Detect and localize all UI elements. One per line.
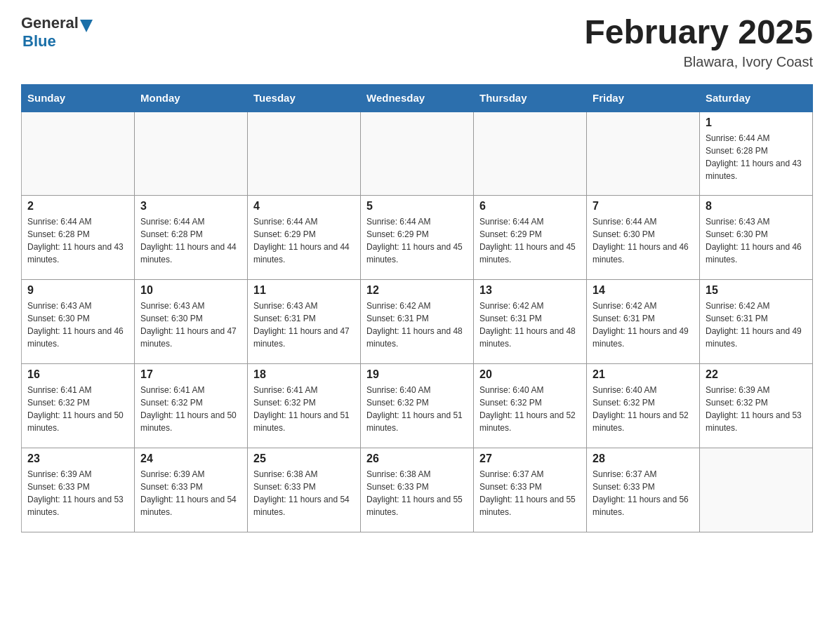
day-number: 28	[593, 452, 694, 465]
day-number: 8	[706, 200, 807, 213]
calendar-cell: 9Sunrise: 6:43 AMSunset: 6:30 PMDaylight…	[22, 280, 135, 364]
day-info: Sunrise: 6:39 AMSunset: 6:33 PMDaylight:…	[27, 468, 128, 518]
weekday-header-saturday: Saturday	[700, 84, 813, 112]
day-number: 15	[706, 284, 807, 297]
day-number: 2	[27, 200, 128, 213]
day-number: 17	[140, 368, 241, 381]
calendar-cell: 21Sunrise: 6:40 AMSunset: 6:32 PMDayligh…	[587, 364, 700, 448]
day-info: Sunrise: 6:41 AMSunset: 6:32 PMDaylight:…	[253, 384, 355, 434]
calendar-cell: 13Sunrise: 6:42 AMSunset: 6:31 PMDayligh…	[474, 280, 587, 364]
day-info: Sunrise: 6:44 AMSunset: 6:28 PMDaylight:…	[140, 215, 241, 266]
day-number: 12	[366, 284, 468, 297]
day-info: Sunrise: 6:42 AMSunset: 6:31 PMDaylight:…	[706, 300, 807, 350]
day-number: 21	[593, 368, 694, 381]
day-number: 3	[140, 200, 241, 213]
day-info: Sunrise: 6:41 AMSunset: 6:32 PMDaylight:…	[27, 384, 128, 434]
week-row-5: 23Sunrise: 6:39 AMSunset: 6:33 PMDayligh…	[22, 448, 813, 532]
day-number: 26	[366, 452, 468, 465]
calendar-cell: 22Sunrise: 6:39 AMSunset: 6:32 PMDayligh…	[700, 364, 813, 448]
calendar-cell: 6Sunrise: 6:44 AMSunset: 6:29 PMDaylight…	[474, 196, 587, 280]
calendar-cell	[474, 112, 587, 196]
day-info: Sunrise: 6:38 AMSunset: 6:33 PMDaylight:…	[366, 468, 468, 518]
week-row-4: 16Sunrise: 6:41 AMSunset: 6:32 PMDayligh…	[22, 364, 813, 448]
day-number: 16	[27, 368, 128, 381]
day-info: Sunrise: 6:42 AMSunset: 6:31 PMDaylight:…	[366, 300, 468, 350]
day-number: 27	[479, 452, 581, 465]
day-number: 20	[479, 368, 581, 381]
logo-blue-text: Blue	[22, 32, 93, 51]
day-info: Sunrise: 6:38 AMSunset: 6:33 PMDaylight:…	[253, 468, 355, 518]
calendar-cell	[248, 112, 361, 196]
day-info: Sunrise: 6:43 AMSunset: 6:31 PMDaylight:…	[253, 300, 355, 350]
calendar-cell: 11Sunrise: 6:43 AMSunset: 6:31 PMDayligh…	[248, 280, 361, 364]
calendar-cell: 19Sunrise: 6:40 AMSunset: 6:32 PMDayligh…	[361, 364, 474, 448]
day-info: Sunrise: 6:42 AMSunset: 6:31 PMDaylight:…	[479, 300, 581, 350]
logo: General Blue	[21, 14, 93, 51]
calendar-cell: 23Sunrise: 6:39 AMSunset: 6:33 PMDayligh…	[22, 448, 135, 532]
calendar-cell	[587, 112, 700, 196]
calendar-cell: 12Sunrise: 6:42 AMSunset: 6:31 PMDayligh…	[361, 280, 474, 364]
day-number: 5	[366, 200, 468, 213]
weekday-header-wednesday: Wednesday	[361, 84, 474, 112]
day-number: 25	[253, 452, 355, 465]
day-number: 9	[27, 284, 128, 297]
day-info: Sunrise: 6:44 AMSunset: 6:30 PMDaylight:…	[593, 215, 694, 266]
day-number: 23	[27, 452, 128, 465]
calendar-cell: 25Sunrise: 6:38 AMSunset: 6:33 PMDayligh…	[248, 448, 361, 532]
day-info: Sunrise: 6:44 AMSunset: 6:29 PMDaylight:…	[479, 215, 581, 266]
day-info: Sunrise: 6:40 AMSunset: 6:32 PMDaylight:…	[593, 384, 694, 434]
logo-arrow-icon	[80, 20, 93, 32]
calendar-cell	[361, 112, 474, 196]
calendar-cell: 28Sunrise: 6:37 AMSunset: 6:33 PMDayligh…	[587, 448, 700, 532]
calendar-cell	[700, 448, 813, 532]
weekday-header-monday: Monday	[135, 84, 248, 112]
day-info: Sunrise: 6:43 AMSunset: 6:30 PMDaylight:…	[140, 300, 241, 350]
day-number: 7	[593, 200, 694, 213]
calendar-cell	[135, 112, 248, 196]
week-row-1: 1Sunrise: 6:44 AMSunset: 6:28 PMDaylight…	[22, 112, 813, 196]
calendar-cell: 10Sunrise: 6:43 AMSunset: 6:30 PMDayligh…	[135, 280, 248, 364]
calendar-cell: 7Sunrise: 6:44 AMSunset: 6:30 PMDaylight…	[587, 196, 700, 280]
day-info: Sunrise: 6:39 AMSunset: 6:32 PMDaylight:…	[706, 384, 807, 434]
day-info: Sunrise: 6:37 AMSunset: 6:33 PMDaylight:…	[593, 468, 694, 518]
calendar-cell: 15Sunrise: 6:42 AMSunset: 6:31 PMDayligh…	[700, 280, 813, 364]
day-info: Sunrise: 6:42 AMSunset: 6:31 PMDaylight:…	[593, 300, 694, 350]
weekday-header-thursday: Thursday	[474, 84, 587, 112]
svg-marker-0	[80, 20, 93, 32]
day-info: Sunrise: 6:41 AMSunset: 6:32 PMDaylight:…	[140, 384, 241, 434]
calendar-cell: 18Sunrise: 6:41 AMSunset: 6:32 PMDayligh…	[248, 364, 361, 448]
day-number: 18	[253, 368, 355, 381]
day-number: 22	[706, 368, 807, 381]
day-info: Sunrise: 6:40 AMSunset: 6:32 PMDaylight:…	[479, 384, 581, 434]
day-info: Sunrise: 6:39 AMSunset: 6:33 PMDaylight:…	[140, 468, 241, 518]
day-info: Sunrise: 6:44 AMSunset: 6:28 PMDaylight:…	[706, 132, 807, 182]
week-row-2: 2Sunrise: 6:44 AMSunset: 6:28 PMDaylight…	[22, 196, 813, 280]
day-number: 10	[140, 284, 241, 297]
day-number: 6	[479, 200, 581, 213]
calendar-cell	[22, 112, 135, 196]
day-info: Sunrise: 6:40 AMSunset: 6:32 PMDaylight:…	[366, 384, 468, 434]
page-header: General Blue February 2025 Blawara, Ivor…	[21, 14, 813, 70]
calendar-cell: 17Sunrise: 6:41 AMSunset: 6:32 PMDayligh…	[135, 364, 248, 448]
calendar-cell: 1Sunrise: 6:44 AMSunset: 6:28 PMDaylight…	[700, 112, 813, 196]
weekday-header-friday: Friday	[587, 84, 700, 112]
day-info: Sunrise: 6:44 AMSunset: 6:28 PMDaylight:…	[27, 215, 128, 266]
calendar-cell: 14Sunrise: 6:42 AMSunset: 6:31 PMDayligh…	[587, 280, 700, 364]
logo-general-text: General	[21, 14, 79, 32]
day-number: 1	[706, 116, 807, 129]
calendar-cell: 27Sunrise: 6:37 AMSunset: 6:33 PMDayligh…	[474, 448, 587, 532]
day-number: 14	[593, 284, 694, 297]
day-number: 13	[479, 284, 581, 297]
day-info: Sunrise: 6:43 AMSunset: 6:30 PMDaylight:…	[706, 215, 807, 266]
calendar-cell: 5Sunrise: 6:44 AMSunset: 6:29 PMDaylight…	[361, 196, 474, 280]
calendar-table: SundayMondayTuesdayWednesdayThursdayFrid…	[21, 84, 813, 533]
day-number: 24	[140, 452, 241, 465]
day-info: Sunrise: 6:44 AMSunset: 6:29 PMDaylight:…	[366, 215, 468, 266]
calendar-cell: 2Sunrise: 6:44 AMSunset: 6:28 PMDaylight…	[22, 196, 135, 280]
weekday-header-tuesday: Tuesday	[248, 84, 361, 112]
month-title: February 2025	[584, 14, 813, 51]
calendar-cell: 4Sunrise: 6:44 AMSunset: 6:29 PMDaylight…	[248, 196, 361, 280]
calendar-cell: 8Sunrise: 6:43 AMSunset: 6:30 PMDaylight…	[700, 196, 813, 280]
week-row-3: 9Sunrise: 6:43 AMSunset: 6:30 PMDaylight…	[22, 280, 813, 364]
location-subtitle: Blawara, Ivory Coast	[584, 54, 813, 70]
